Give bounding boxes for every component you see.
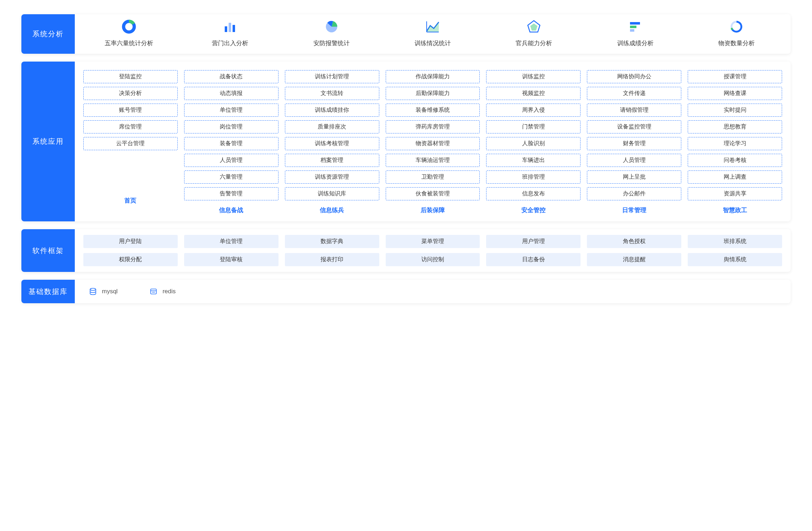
analysis-item[interactable]: 五率六量统计分析	[78, 19, 179, 47]
database-item-label: redis	[162, 288, 176, 295]
app-chip[interactable]: 网上呈批	[587, 170, 681, 184]
app-chip[interactable]: 账号管理	[83, 104, 178, 117]
app-column: 训练计划管理文书流转训练成绩挂你质量排座次训练考核管理档案管理训练资源管理训练知…	[285, 70, 379, 214]
app-chip[interactable]: 车辆油运管理	[386, 154, 480, 167]
framework-chip[interactable]: 菜单管理	[386, 235, 480, 248]
app-column-footer[interactable]: 信息备战	[219, 206, 243, 214]
app-chip[interactable]: 训练资源管理	[285, 170, 379, 184]
svg-rect-17	[151, 289, 156, 294]
database-item-label: mysql	[102, 288, 118, 295]
framework-chip[interactable]: 单位管理	[184, 235, 279, 248]
app-chip[interactable]: 岗位管理	[184, 120, 279, 133]
svg-rect-2	[225, 26, 227, 32]
analysis-item[interactable]: 训练成绩分析	[584, 19, 686, 47]
app-chip[interactable]: 班排管理	[486, 170, 581, 184]
app-chip[interactable]: 设备监控管理	[587, 120, 681, 133]
app-chip[interactable]: 伙食被装管理	[386, 187, 480, 200]
app-column: 训练监控视频监控周界入侵门禁管理人脸识别车辆进出班排管理信息发布安全管控	[486, 70, 581, 214]
app-chip[interactable]: 文书流转	[285, 87, 379, 100]
app-chip[interactable]: 战备状态	[184, 70, 279, 83]
analysis-item-label: 安防报警统计	[313, 39, 350, 47]
app-column: 战备状态动态填报单位管理岗位管理装备管理人员管理六量管理告警管理信息备战	[184, 70, 279, 214]
app-chip[interactable]: 办公邮件	[587, 187, 681, 200]
app-chip[interactable]: 作战保障能力	[386, 70, 480, 83]
app-chip[interactable]: 装备维修系统	[386, 104, 480, 117]
analysis-item[interactable]: 官兵能力分析	[483, 19, 584, 47]
app-chip[interactable]: 授课管理	[688, 70, 782, 83]
app-chip[interactable]: 决策分析	[83, 87, 178, 100]
analysis-item-label: 训练情况统计	[415, 39, 451, 47]
app-chip[interactable]: 文件传递	[587, 87, 681, 100]
app-column: 作战保障能力后勤保障能力装备维修系统弹药库房管理物资器材管理车辆油运管理卫勤管理…	[386, 70, 480, 214]
app-chip[interactable]: 训练考核管理	[285, 137, 379, 150]
app-chip[interactable]: 登陆监控	[83, 70, 178, 83]
app-chip[interactable]: 训练计划管理	[285, 70, 379, 83]
svg-point-1	[126, 24, 132, 30]
app-chip[interactable]: 训练监控	[486, 70, 581, 83]
app-chip[interactable]: 席位管理	[83, 120, 178, 133]
section-analysis: 系统分析 五率六量统计分析 营门出入分析 安防报警统计 训练情况统计 官兵能力分…	[21, 14, 791, 54]
app-column-footer[interactable]: 安全管控	[521, 206, 546, 214]
framework-chip[interactable]: 登陆审核	[184, 253, 279, 266]
app-chip[interactable]: 六量管理	[184, 170, 279, 184]
framework-chip[interactable]: 用户管理	[486, 235, 581, 248]
app-chip[interactable]: 装备管理	[184, 137, 279, 150]
app-chip[interactable]: 后勤保障能力	[386, 87, 480, 100]
app-chip[interactable]: 车辆进出	[486, 154, 581, 167]
app-chip[interactable]: 资源共享	[688, 187, 782, 200]
framework-chip[interactable]: 访问控制	[386, 253, 480, 266]
svg-marker-10	[530, 23, 537, 31]
app-chip[interactable]: 请销假管理	[587, 104, 681, 117]
analysis-item[interactable]: 营门出入分析	[179, 19, 281, 47]
app-column-footer[interactable]: 智慧政工	[723, 206, 747, 214]
database-item: redis	[150, 288, 176, 295]
app-chip[interactable]: 人员管理	[587, 154, 681, 167]
app-chip[interactable]: 质量排座次	[285, 120, 379, 133]
app-chip[interactable]: 训练知识库	[285, 187, 379, 200]
app-chip[interactable]: 门禁管理	[486, 120, 581, 133]
app-chip[interactable]: 人脸识别	[486, 137, 581, 150]
app-chip[interactable]: 云平台管理	[83, 137, 178, 150]
app-chip[interactable]: 卫勤管理	[386, 170, 480, 184]
framework-chip[interactable]: 角色授权	[587, 235, 681, 248]
framework-chip[interactable]: 报表打印	[285, 253, 379, 266]
app-chip[interactable]: 财务管理	[587, 137, 681, 150]
app-column-footer[interactable]: 首页	[124, 196, 136, 205]
app-chip[interactable]: 周界入侵	[486, 104, 581, 117]
app-chip[interactable]: 网络协同办公	[587, 70, 681, 83]
framework-chip[interactable]: 舆情系统	[688, 253, 782, 266]
app-chip[interactable]: 思想教育	[688, 120, 782, 133]
analysis-item[interactable]: 物资数量分析	[686, 19, 787, 47]
framework-chip[interactable]: 数据字典	[285, 235, 379, 248]
framework-chip[interactable]: 权限分配	[83, 253, 178, 266]
app-chip[interactable]: 信息发布	[486, 187, 581, 200]
framework-chip[interactable]: 用户登陆	[83, 235, 178, 248]
ring-icon	[729, 19, 744, 34]
app-chip[interactable]: 档案管理	[285, 154, 379, 167]
hbar-icon	[628, 19, 643, 34]
framework-chip[interactable]: 班排系统	[688, 235, 782, 248]
app-chip[interactable]: 人员管理	[184, 154, 279, 167]
app-chip[interactable]: 视频监控	[486, 87, 581, 100]
framework-chip[interactable]: 日志备份	[486, 253, 581, 266]
app-chip[interactable]: 网络查课	[688, 87, 782, 100]
app-chip[interactable]: 实时提问	[688, 104, 782, 117]
app-chip[interactable]: 问卷考核	[688, 154, 782, 167]
app-chip[interactable]: 弹药库房管理	[386, 120, 480, 133]
app-chip[interactable]: 物资器材管理	[386, 137, 480, 150]
app-chip[interactable]: 单位管理	[184, 104, 279, 117]
apps-body: 登陆监控决策分析账号管理席位管理云平台管理首页战备状态动态填报单位管理岗位管理装…	[75, 62, 791, 221]
app-chip[interactable]: 告警管理	[184, 187, 279, 200]
analysis-item[interactable]: 训练情况统计	[382, 19, 483, 47]
app-chip[interactable]: 训练成绩挂你	[285, 104, 379, 117]
analysis-item-label: 五率六量统计分析	[105, 39, 153, 47]
app-chip[interactable]: 网上调查	[688, 170, 782, 184]
framework-chip[interactable]: 消息提醒	[587, 253, 681, 266]
app-column-footer[interactable]: 后装保障	[421, 206, 445, 214]
analysis-item[interactable]: 安防报警统计	[281, 19, 382, 47]
app-chip[interactable]: 理论学习	[688, 137, 782, 150]
app-column-footer[interactable]: 日常管理	[622, 206, 646, 214]
svg-rect-4	[233, 25, 235, 32]
app-chip[interactable]: 动态填报	[184, 87, 279, 100]
app-column-footer[interactable]: 信息练兵	[320, 206, 344, 214]
